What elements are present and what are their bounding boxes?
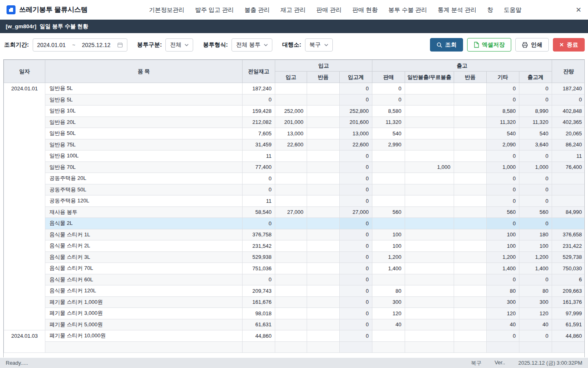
cell-value[interactable]: 0 [519, 173, 552, 184]
cell-value[interactable]: 7,605 [243, 128, 275, 139]
cell-value[interactable] [275, 319, 307, 330]
cell-value[interactable]: 80 [372, 285, 405, 297]
cell-value[interactable]: 0 [243, 274, 275, 285]
excel-save-button[interactable]: 엑셀저장 [467, 38, 511, 52]
cell-value[interactable] [519, 341, 552, 353]
cell-value[interactable]: 100 [487, 240, 519, 252]
cell-item[interactable]: 음식물 스티커 2L [45, 240, 243, 252]
menu-item[interactable]: 창 [487, 6, 493, 14]
cell-value[interactable] [454, 206, 487, 218]
cell-value[interactable] [405, 296, 454, 308]
cell-value[interactable]: 1,200 [487, 251, 519, 263]
cell-value[interactable]: 1,200 [519, 251, 552, 263]
cell-value[interactable] [454, 341, 487, 353]
table-row[interactable]: 폐기물 스티커 5,000원61,631040404061,591 [4, 319, 585, 330]
cell-value[interactable]: 0 [519, 83, 552, 94]
cell-date[interactable]: 2024.01.01 [4, 83, 45, 330]
cell-value[interactable]: 0 [243, 184, 275, 195]
cell-value[interactable]: 560 [372, 206, 405, 218]
cell-value[interactable] [275, 184, 307, 195]
cell-value[interactable] [454, 319, 487, 330]
cell-value[interactable]: 0 [487, 94, 519, 105]
menu-item[interactable]: 판매 현황 [352, 6, 378, 14]
col-header-date[interactable]: 일자 [4, 60, 45, 83]
cell-value[interactable]: 3,640 [519, 139, 552, 150]
cell-value[interactable]: 300 [487, 296, 519, 308]
cell-value[interactable] [454, 240, 487, 252]
cell-item[interactable]: 일반용 10L [45, 105, 243, 117]
cell-value[interactable] [405, 240, 454, 252]
cell-item[interactable]: 재사용 봉투 [45, 206, 243, 218]
cell-value[interactable]: 40 [372, 319, 405, 330]
cell-value[interactable] [275, 173, 307, 184]
cell-value[interactable] [405, 139, 454, 150]
cell-value[interactable]: 0 [340, 319, 372, 330]
menu-item[interactable]: 발주 입고 관리 [195, 6, 234, 14]
cell-item[interactable]: 공동주택용 20L [45, 173, 243, 184]
cell-value[interactable]: 529,738 [552, 251, 585, 263]
cell-value[interactable]: 1,400 [487, 263, 519, 274]
cell-value[interactable] [372, 184, 405, 195]
cell-value[interactable] [454, 83, 487, 94]
cell-value[interactable]: 1,000 [519, 162, 552, 173]
cell-value[interactable]: 0 [372, 83, 405, 94]
cell-value[interactable]: 120 [519, 308, 552, 319]
cell-value[interactable] [307, 105, 340, 117]
cell-item[interactable]: 공동주택용 50L [45, 184, 243, 195]
cell-value[interactable] [454, 162, 487, 173]
cell-item[interactable]: 폐기물 스티커 3,000원 [45, 308, 243, 319]
cell-value[interactable] [405, 94, 454, 105]
cell-value[interactable] [307, 128, 340, 139]
col-header-remain[interactable]: 잔량 [552, 60, 585, 83]
cell-value[interactable]: 61,631 [243, 319, 275, 330]
cell-value[interactable]: 529,938 [243, 251, 275, 263]
cell-value[interactable] [307, 195, 340, 207]
cell-date[interactable]: 2024.01.03 [4, 330, 45, 353]
table-row[interactable]: 2024.01.01일반용 5L187,2400000187,240 [4, 83, 585, 94]
window-close-icon[interactable]: ✕ [576, 7, 581, 13]
cell-item[interactable]: 음식물 스티커 120L [45, 285, 243, 297]
menu-item[interactable]: 불출 관리 [245, 6, 270, 14]
cell-value[interactable]: 1,400 [372, 263, 405, 274]
cell-value[interactable]: 0 [519, 274, 552, 285]
cell-value[interactable]: 120 [372, 308, 405, 319]
cell-value[interactable]: 100 [372, 240, 405, 252]
cell-value[interactable]: 1,000 [487, 162, 519, 173]
cell-item[interactable]: 공동주택용 120L [45, 195, 243, 207]
cell-value[interactable] [552, 218, 585, 229]
cell-value[interactable] [454, 105, 487, 117]
cell-value[interactable]: 161,376 [552, 296, 585, 308]
table-row[interactable]: 음식물 스티커 60L00006 [4, 274, 585, 285]
cell-value[interactable]: 540 [487, 128, 519, 139]
cell-value[interactable]: 27,000 [340, 206, 372, 218]
cell-value[interactable] [454, 296, 487, 308]
col-header-inbound-0[interactable]: 입고 [275, 72, 307, 83]
cell-item[interactable]: 음식물 스티커 1L [45, 229, 243, 240]
cell-value[interactable]: 0 [340, 285, 372, 297]
cell-value[interactable] [405, 128, 454, 139]
date-from-value[interactable]: 2024.01.01 [37, 42, 66, 48]
cell-value[interactable]: 8,580 [372, 105, 405, 117]
cell-value[interactable]: 376,658 [552, 229, 585, 240]
cell-item[interactable]: 일반용 50L [45, 128, 243, 139]
cell-value[interactable] [454, 274, 487, 285]
cell-value[interactable]: 77,400 [243, 162, 275, 173]
col-group-inbound[interactable]: 입고 [275, 60, 372, 72]
cell-value[interactable]: 0 [519, 330, 552, 342]
cell-value[interactable] [372, 330, 405, 342]
cell-value[interactable] [405, 150, 454, 162]
cell-value[interactable] [454, 218, 487, 229]
cell-value[interactable]: 187,240 [552, 83, 585, 94]
cell-value[interactable] [275, 195, 307, 207]
menu-item[interactable]: 재고 관리 [281, 6, 306, 14]
col-header-outbound-2[interactable]: 반품 [454, 72, 487, 83]
col-header-outbound-0[interactable]: 판매 [372, 72, 405, 83]
menu-item[interactable]: 봉투 수불 관리 [388, 6, 427, 14]
cell-value[interactable]: 0 [519, 218, 552, 229]
col-header-outbound-1[interactable]: 일반불출/무료불출 [405, 72, 454, 83]
cell-value[interactable] [307, 319, 340, 330]
cell-value[interactable]: 98,018 [243, 308, 275, 319]
cell-value[interactable]: 0 [487, 83, 519, 94]
table-row[interactable]: 폐기물 스티커 1,000원161,6760300300300161,376 [4, 296, 585, 308]
cell-value[interactable] [454, 94, 487, 105]
